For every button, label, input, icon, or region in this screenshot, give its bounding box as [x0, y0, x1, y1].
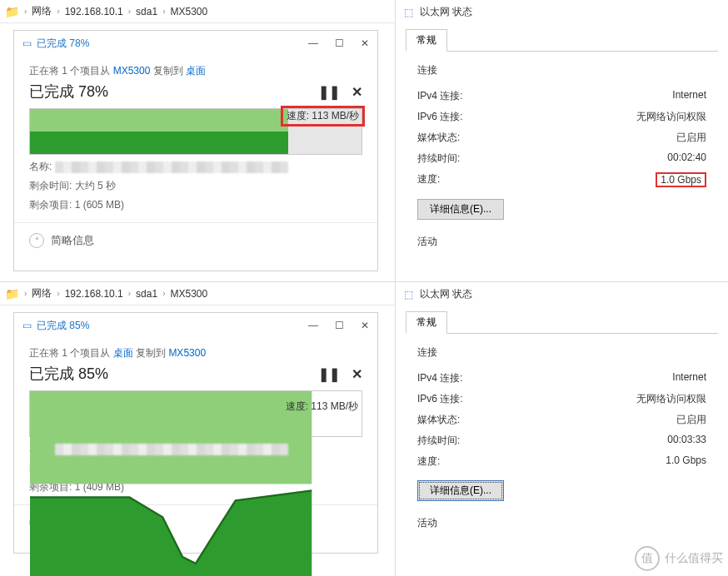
speed-chart: 速度: 113 MB/秒	[29, 108, 362, 155]
folder-icon: 📁	[5, 288, 19, 300]
breadcrumb-seg[interactable]: sda1	[136, 288, 157, 300]
pause-button[interactable]: ❚❚	[318, 366, 340, 382]
dest-link[interactable]: 桌面	[186, 65, 206, 77]
breadcrumb-seg[interactable]: sda1	[136, 6, 157, 17]
breadcrumb-seg[interactable]: 192.168.10.1	[65, 6, 123, 17]
breadcrumb-seg[interactable]: MX5300	[170, 288, 207, 300]
dialog-title: 以太网 状态	[420, 287, 472, 301]
duration-label: 持续时间:	[417, 434, 460, 448]
watermark-icon: 值	[635, 546, 660, 571]
speed-label: 速度: 113 MB/秒	[287, 110, 359, 122]
section-activity: 活动	[417, 516, 706, 530]
ipv4-value: Internet	[672, 89, 706, 103]
progress-heading: 已完成 85%	[29, 364, 108, 384]
pause-button[interactable]: ❚❚	[318, 84, 340, 100]
breadcrumb[interactable]: 📁 › 网络 › 192.168.10.1 › sda1 › MX5300	[0, 0, 395, 23]
svg-rect-0	[30, 391, 312, 484]
details-button[interactable]: 详细信息(E)...	[417, 199, 504, 220]
tab-general[interactable]: 常规	[406, 29, 447, 52]
chevron-up-icon: ˄	[29, 233, 44, 248]
chevron-right-icon: ›	[162, 7, 165, 16]
speed-value: 1.0 Gbps	[666, 454, 706, 469]
dest-link[interactable]: MX5300	[168, 347, 206, 359]
copy-dialog: ▭ 已完成 85% — ☐ ✕ 正在将 1 个项目从 桌面 复制到 MX5300…	[13, 312, 378, 554]
watermark: 值 什么值得买	[635, 546, 723, 571]
remaining-time: 剩余时间: 大约 5 秒	[29, 179, 362, 193]
minimize-button[interactable]: —	[308, 320, 318, 331]
media-value: 已启用	[676, 131, 706, 145]
ipv6-value: 无网络访问权限	[636, 110, 706, 124]
ethernet-status-dialog: ⬚ 以太网 状态 常规 连接 IPv4 连接:Internet IPv6 连接:…	[396, 0, 728, 281]
ipv6-label: IPv6 连接:	[417, 110, 463, 124]
maximize-button[interactable]: ☐	[335, 320, 344, 331]
dialog-title: 以太网 状态	[420, 5, 472, 19]
progress-heading: 已完成 78%	[29, 82, 108, 102]
speed-label: 速度:	[417, 454, 440, 469]
ipv4-label: IPv4 连接:	[417, 371, 463, 385]
chevron-right-icon: ›	[128, 289, 131, 298]
ipv4-value: Internet	[672, 371, 706, 385]
media-value: 已启用	[676, 413, 706, 427]
ipv4-label: IPv4 连接:	[417, 89, 463, 103]
source-link[interactable]: 桌面	[113, 347, 133, 359]
redacted-text	[55, 444, 288, 455]
dialog-title: 已完成 78%	[37, 37, 89, 51]
ethernet-icon: ⬚	[404, 7, 413, 18]
speed-label: 速度:	[417, 172, 440, 187]
breadcrumb[interactable]: 📁 › 网络 › 192.168.10.1 › sda1 › MX5300	[0, 282, 395, 305]
close-button[interactable]: ✕	[361, 320, 369, 331]
ethernet-status-dialog: ⬚ 以太网 状态 常规 连接 IPv4 连接:Internet IPv6 连接:…	[396, 282, 728, 576]
breadcrumb-seg[interactable]: MX5300	[170, 6, 207, 17]
breadcrumb-seg[interactable]: 网络	[32, 4, 52, 18]
chevron-right-icon: ›	[24, 289, 27, 298]
copy-description: 正在将 1 个项目从 MX5300 复制到 桌面	[29, 64, 362, 78]
duration-value: 00:03:33	[667, 434, 706, 448]
copy-description: 正在将 1 个项目从 桌面 复制到 MX5300	[29, 346, 362, 360]
minimize-button[interactable]: —	[308, 37, 318, 49]
duration-value: 00:02:40	[667, 151, 706, 166]
chevron-right-icon: ›	[162, 289, 165, 298]
close-button[interactable]: ✕	[361, 37, 369, 49]
cancel-button[interactable]: ✕	[352, 84, 362, 100]
section-connection: 连接	[417, 63, 706, 77]
cancel-button[interactable]: ✕	[352, 366, 362, 382]
chevron-right-icon: ›	[128, 7, 131, 16]
watermark-text: 什么值得买	[665, 551, 723, 566]
file-transfer-icon: ▭	[22, 37, 32, 49]
duration-label: 持续时间:	[417, 151, 460, 166]
file-transfer-icon: ▭	[22, 320, 32, 331]
fewer-details-toggle[interactable]: ˄ 简略信息	[14, 222, 377, 258]
media-label: 媒体状态:	[417, 413, 460, 427]
maximize-button[interactable]: ☐	[335, 37, 344, 49]
speed-chart: 速度: 113 MB/秒	[29, 390, 362, 437]
remaining-items: 剩余项目: 1 (605 MB)	[29, 198, 362, 212]
file-name-row: 名称:	[29, 160, 362, 174]
redacted-text	[55, 161, 288, 173]
details-button[interactable]: 详细信息(E)...	[417, 480, 504, 501]
section-activity: 活动	[417, 235, 706, 249]
tab-general[interactable]: 常规	[406, 311, 447, 334]
dialog-title: 已完成 85%	[37, 319, 89, 333]
chevron-right-icon: ›	[57, 7, 59, 16]
section-connection: 连接	[417, 345, 706, 360]
speed-label: 速度: 113 MB/秒	[286, 400, 358, 414]
ipv6-value: 无网络访问权限	[636, 392, 706, 406]
folder-icon: 📁	[5, 6, 19, 17]
copy-dialog: ▭ 已完成 78% — ☐ ✕ 正在将 1 个项目从 MX5300 复制到 桌面…	[13, 30, 378, 271]
chevron-right-icon: ›	[57, 289, 59, 298]
source-link[interactable]: MX5300	[113, 65, 151, 77]
ethernet-icon: ⬚	[404, 289, 413, 300]
breadcrumb-seg[interactable]: 192.168.10.1	[65, 288, 123, 300]
ipv6-label: IPv6 连接:	[417, 392, 463, 406]
breadcrumb-seg[interactable]: 网络	[32, 286, 52, 300]
speed-value: 1.0 Gbps	[656, 172, 706, 187]
chevron-right-icon: ›	[24, 7, 27, 16]
media-label: 媒体状态:	[417, 131, 460, 145]
